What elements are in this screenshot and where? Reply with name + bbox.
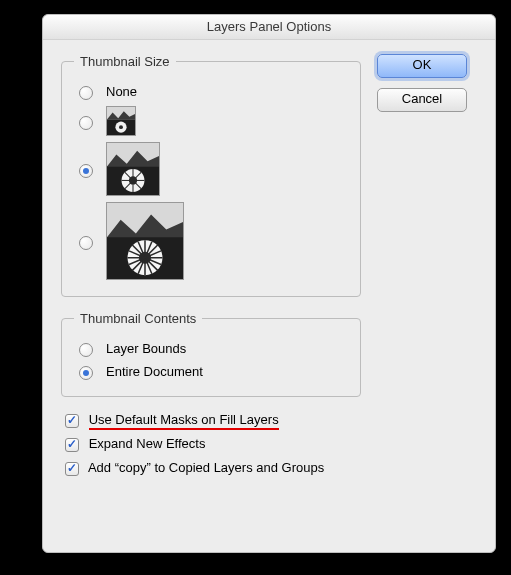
cancel-button[interactable]: Cancel [377,88,467,112]
layers-panel-options-dialog: Layers Panel Options OK Cancel Thumbnail… [42,14,496,553]
layer-bounds-label[interactable]: Layer Bounds [106,341,186,356]
thumbnail-preview-small [106,106,136,136]
thumbnail-size-none-label[interactable]: None [106,84,137,99]
entire-document-label[interactable]: Entire Document [106,364,203,379]
thumbnail-size-group: Thumbnail Size None [61,54,361,297]
add-copy-label[interactable]: Add “copy” to Copied Layers and Groups [88,460,324,475]
thumbnail-preview-large [106,202,184,280]
use-default-masks-checkbox[interactable] [65,414,79,428]
thumbnail-contents-legend: Thumbnail Contents [74,311,202,326]
thumbnail-size-large-radio[interactable] [79,236,93,250]
thumbnail-preview-medium [106,142,160,196]
expand-new-effects-checkbox[interactable] [65,438,79,452]
layer-bounds-radio[interactable] [79,343,93,357]
dialog-title: Layers Panel Options [43,15,495,40]
thumbnail-contents-group: Thumbnail Contents Layer Bounds Entire D… [61,311,361,397]
ok-button[interactable]: OK [377,54,467,78]
use-default-masks-label[interactable]: Use Default Masks on Fill Layers [89,412,279,430]
thumbnail-size-legend: Thumbnail Size [74,54,176,69]
button-column: OK Cancel [377,54,477,122]
entire-document-radio[interactable] [79,366,93,380]
thumbnail-size-small-radio[interactable] [79,116,93,130]
add-copy-checkbox[interactable] [65,462,79,476]
expand-new-effects-label[interactable]: Expand New Effects [89,436,206,451]
svg-point-4 [119,125,123,129]
thumbnail-size-medium-radio[interactable] [79,164,93,178]
thumbnail-size-none-radio[interactable] [79,86,93,100]
